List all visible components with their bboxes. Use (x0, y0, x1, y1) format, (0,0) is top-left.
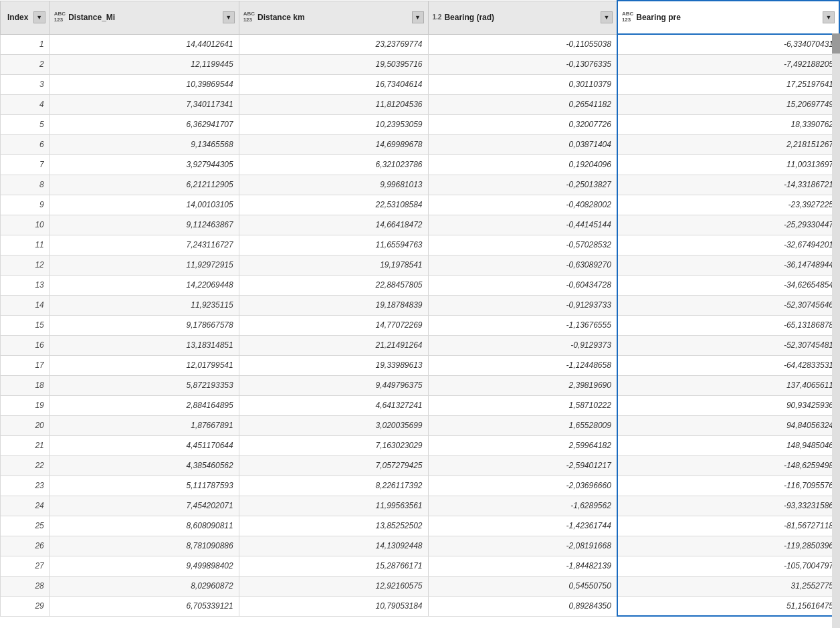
cell-index: 16 (1, 335, 50, 355)
scrollbar-thumb[interactable] (832, 33, 840, 54)
cell-dist-km: 14,77072269 (239, 315, 428, 335)
cell-dist-mi: 1,87667891 (49, 415, 239, 435)
cell-dist-km: 22,53108584 (239, 195, 428, 215)
table-row: 235,1117875938,226117392-2,03696660-116,… (1, 476, 840, 496)
cell-bearing-pre: -14,33186721 (617, 175, 839, 195)
cell-dist-km: 8,226117392 (239, 476, 428, 496)
cell-bearing-rad: -0,60434728 (428, 275, 617, 295)
table-row: 288,0296087212,921605750,5455075031,2552… (1, 576, 840, 596)
cell-bearing-rad: -2,59401217 (428, 455, 617, 476)
col-index-dropdown[interactable]: ▼ (33, 11, 45, 23)
table-body: 114,4401264123,23769774-0,11055038-6,334… (1, 34, 840, 616)
cell-index: 22 (1, 455, 50, 476)
cell-bearing-rad: 1,65528009 (428, 415, 617, 435)
cell-dist-mi: 6,212112905 (49, 175, 239, 195)
table-row: 247,45420207111,99563561-1,6289562-93,33… (1, 496, 840, 516)
col-header-bearing-pre: ABC123 Bearing pre ▼ (617, 1, 839, 34)
cell-dist-mi: 14,22069448 (49, 275, 239, 295)
cell-index: 14 (1, 295, 50, 315)
table-row: 114,4401264123,23769774-0,11055038-6,334… (1, 34, 840, 54)
cell-bearing-rad: 0,89284350 (428, 596, 617, 616)
cell-bearing-rad: -0,40828002 (428, 195, 617, 215)
cell-index: 2 (1, 54, 50, 74)
cell-index: 10 (1, 215, 50, 235)
cell-bearing-pre: -32,67494201 (617, 235, 839, 255)
col-dist-mi-dropdown[interactable]: ▼ (223, 11, 235, 23)
cell-bearing-pre: 18,3390762 (617, 114, 839, 134)
table-row: 185,8721933539,4497963752,39819690137,40… (1, 375, 840, 395)
scrollbar[interactable] (832, 33, 840, 628)
cell-bearing-rad: 0,03871404 (428, 134, 617, 154)
table-row: 69,1346556814,699896780,038714042,218151… (1, 134, 840, 154)
col-bearing-pre-dropdown[interactable]: ▼ (823, 11, 835, 23)
cell-bearing-rad: 0,19204096 (428, 154, 617, 175)
cell-dist-mi: 12,1199445 (49, 54, 239, 74)
cell-bearing-rad: 0,26541182 (428, 94, 617, 114)
cell-bearing-rad: -0,25013827 (428, 175, 617, 195)
cell-dist-mi: 3,927944305 (49, 154, 239, 175)
cell-bearing-pre: -116,7095576 (617, 476, 839, 496)
cell-bearing-pre: -34,62654854 (617, 275, 839, 295)
cell-dist-km: 16,73404614 (239, 74, 428, 94)
cell-dist-mi: 6,362941707 (49, 114, 239, 134)
col-header-dist-km: ABC123 Distance km ▼ (239, 1, 428, 34)
cell-index: 19 (1, 395, 50, 415)
cell-dist-mi: 11,92972915 (49, 255, 239, 275)
cell-dist-km: 14,69989678 (239, 134, 428, 154)
cell-bearing-rad: -2,03696660 (428, 476, 617, 496)
cell-bearing-rad: 1,58710222 (428, 395, 617, 415)
cell-index: 9 (1, 195, 50, 215)
col-bearing-pre-label: Bearing pre (636, 13, 681, 22)
table-row: 159,17866757814,77072269-1,13676555-65,1… (1, 315, 840, 335)
cell-dist-km: 19,50395716 (239, 54, 428, 74)
cell-dist-km: 10,79053184 (239, 596, 428, 616)
cell-bearing-pre: 148,9485046 (617, 435, 839, 455)
col-bearing-rad-label: Bearing (rad) (444, 13, 494, 22)
cell-bearing-pre: -6,334070431 (617, 34, 839, 54)
cell-dist-km: 11,65594763 (239, 235, 428, 255)
col-dist-km-dropdown[interactable]: ▼ (412, 11, 424, 23)
table-row: 1712,0179954119,33989613-1,12448658-64,4… (1, 355, 840, 375)
table-row: 268,78109088614,13092448-2,08191668-119,… (1, 536, 840, 556)
table-row: 109,11246386714,66418472-0,44145144-25,2… (1, 215, 840, 235)
cell-bearing-pre: 15,20697749 (617, 94, 839, 114)
table-row: 47,34011734111,812045360,2654118215,2069… (1, 94, 840, 114)
cell-dist-km: 10,23953059 (239, 114, 428, 134)
cell-bearing-rad: 2,39819690 (428, 375, 617, 395)
cell-bearing-pre: -36,14748944 (617, 255, 839, 275)
table-row: 201,876678913,0200356991,6552800994,8405… (1, 415, 840, 435)
table-row: 192,8841648954,6413272411,5871022290,934… (1, 395, 840, 415)
cell-bearing-rad: -1,6289562 (428, 496, 617, 516)
table-row: 214,4511706447,1630230292,59964182148,94… (1, 435, 840, 455)
cell-dist-mi: 2,884164895 (49, 395, 239, 415)
cell-dist-mi: 9,178667578 (49, 315, 239, 335)
cell-bearing-rad: 0,32007726 (428, 114, 617, 134)
cell-bearing-rad: -1,13676555 (428, 315, 617, 335)
cell-dist-mi: 6,705339121 (49, 596, 239, 616)
cell-index: 6 (1, 134, 50, 154)
cell-dist-km: 19,1978541 (239, 255, 428, 275)
cell-index: 11 (1, 235, 50, 255)
cell-bearing-pre: 51,15616475 (617, 596, 839, 616)
cell-index: 15 (1, 315, 50, 335)
cell-bearing-rad: -1,84482139 (428, 556, 617, 576)
cell-bearing-rad: 2,59964182 (428, 435, 617, 455)
table-row: 86,2121129059,99681013-0,25013827-14,331… (1, 175, 840, 195)
cell-dist-km: 23,23769774 (239, 34, 428, 54)
cell-bearing-rad: -2,08191668 (428, 536, 617, 556)
table-row: 73,9279443056,3210237860,1920409611,0031… (1, 154, 840, 175)
cell-dist-km: 14,66418472 (239, 215, 428, 235)
cell-dist-km: 7,057279425 (239, 455, 428, 476)
col-bearing-rad-dropdown[interactable]: ▼ (601, 11, 613, 23)
cell-index: 27 (1, 556, 50, 576)
cell-dist-km: 14,13092448 (239, 536, 428, 556)
cell-dist-mi: 14,00103105 (49, 195, 239, 215)
cell-dist-km: 13,85252502 (239, 516, 428, 536)
cell-dist-km: 11,81204536 (239, 94, 428, 114)
cell-index: 1 (1, 34, 50, 54)
cell-dist-km: 6,321023786 (239, 154, 428, 175)
cell-index: 12 (1, 255, 50, 275)
data-table: Index ▼ ABC123 Distance_Mi ▼ ABC123 Dist… (0, 0, 840, 628)
cell-dist-mi: 7,340117341 (49, 94, 239, 114)
cell-dist-mi: 7,243116727 (49, 235, 239, 255)
